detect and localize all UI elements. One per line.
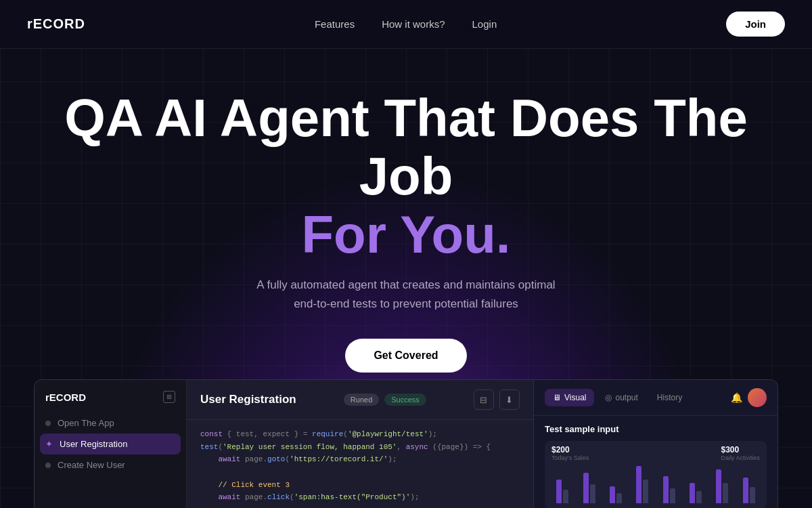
bar-8b [750, 487, 755, 503]
dot-icon [45, 421, 51, 426]
hero-subtitle: A fully automated agent that creates and… [27, 276, 785, 312]
bar-2a [583, 473, 589, 503]
monitor-icon: 🖥 [553, 393, 561, 402]
join-button[interactable]: Join [726, 12, 785, 37]
code-line-1: const { test, expect } = require('@playw… [200, 428, 520, 441]
sidebar-item-open-app[interactable]: Open The App [35, 412, 186, 433]
bar-group-6 [690, 483, 702, 503]
app-preview: rECORD ⊞ Open The App ✦ User Registratio… [34, 379, 778, 508]
preview-sidebar: rECORD ⊞ Open The App ✦ User Registratio… [35, 380, 187, 508]
preview-right: 🖥 Visual ◎ output History 🔔 Test sample … [534, 380, 777, 508]
badge-success: Success [384, 394, 426, 406]
bar-7b [723, 483, 728, 503]
bell-icon[interactable]: 🔔 [731, 392, 742, 403]
preview-code: const { test, expect } = require('@playw… [187, 420, 533, 508]
bar-7a [716, 469, 721, 503]
chart-labels: $200 Today's Sales $300 Daily Activities [551, 445, 760, 461]
preview-actions: ⊟ ⬇ [474, 389, 520, 410]
hero-title-line2: For You. [301, 205, 510, 264]
user-avatar[interactable] [748, 388, 767, 407]
code-line-2: test('Replay user session flow, happand … [200, 441, 520, 454]
bar-1a [556, 480, 562, 503]
bar-8a [743, 478, 748, 503]
bar-4a [636, 466, 641, 503]
preview-badges: Runed Success [344, 394, 426, 406]
chart-stat-1: $200 Today's Sales [551, 445, 589, 461]
bar-3b [616, 493, 622, 503]
bar-6a [690, 483, 695, 503]
navbar: rECORD Features How it works? Login Join [0, 0, 812, 49]
preview-header: User Registration Runed Success ⊟ ⬇ [187, 380, 533, 420]
bar-group-7 [716, 469, 728, 503]
bar-group-4 [636, 466, 648, 503]
code-line-5: // Click event 3 [200, 479, 520, 492]
preview-title: User Registration [200, 393, 296, 406]
get-covered-button[interactable]: Get Covered [345, 339, 466, 373]
bar-group-8 [743, 478, 755, 503]
layout-icon: ⊞ [163, 391, 175, 403]
delete-button[interactable]: ⊟ [474, 389, 494, 410]
bar-1b [563, 490, 568, 503]
nav-logo: rECORD [27, 16, 85, 32]
preview-right-content: Test sample input $200 Today's Sales $30… [534, 416, 777, 508]
tab-visual[interactable]: 🖥 Visual [545, 389, 594, 406]
bar-5b [670, 488, 675, 503]
dot-icon-2 [45, 463, 51, 468]
bar-3a [610, 486, 615, 503]
code-line-3: await page.goto('https://torecord.it/'); [200, 453, 520, 466]
bar-4b [643, 480, 648, 503]
registration-icon: ✦ [45, 439, 53, 449]
sidebar-item-user-registration[interactable]: ✦ User Registration [40, 433, 181, 454]
nav-link-how-it-works[interactable]: How it works? [382, 18, 445, 30]
nav-link-login[interactable]: Login [472, 18, 497, 30]
code-line-6: await page.click('span:has-text("Product… [200, 491, 520, 504]
bar-group-2 [583, 473, 595, 503]
mini-chart: $200 Today's Sales $300 Daily Activities [545, 441, 767, 508]
right-panel-icons: 🔔 [731, 388, 767, 407]
bar-6b [696, 491, 702, 503]
tab-output[interactable]: ◎ output [597, 389, 646, 406]
download-button[interactable]: ⬇ [499, 389, 520, 410]
code-line-4 [200, 466, 520, 479]
bar-2b [590, 484, 595, 503]
preview-right-header: 🖥 Visual ◎ output History 🔔 [534, 380, 777, 416]
chart-stat-2: $300 Daily Activities [721, 445, 760, 461]
hero-title-line1: QA AI Agent That Does The Job For You. [27, 89, 785, 263]
hero-section: QA AI Agent That Does The Job For You. A… [0, 49, 812, 400]
sidebar-item-create-user[interactable]: Create New User [35, 454, 186, 475]
bar-group-5 [663, 476, 675, 503]
preview-logo: rECORD ⊞ [35, 391, 186, 412]
bar-group-1 [556, 480, 568, 503]
content-label: Test sample input [545, 424, 767, 434]
bar-group-3 [610, 486, 622, 503]
badge-runed: Runed [344, 394, 379, 406]
nav-links: Features How it works? Login [315, 18, 497, 30]
nav-link-features[interactable]: Features [315, 18, 355, 30]
preview-main: User Registration Runed Success ⊟ ⬇ cons… [187, 380, 534, 508]
output-icon: ◎ [605, 393, 612, 402]
tab-history[interactable]: History [649, 389, 690, 406]
bar-5a [663, 476, 669, 503]
